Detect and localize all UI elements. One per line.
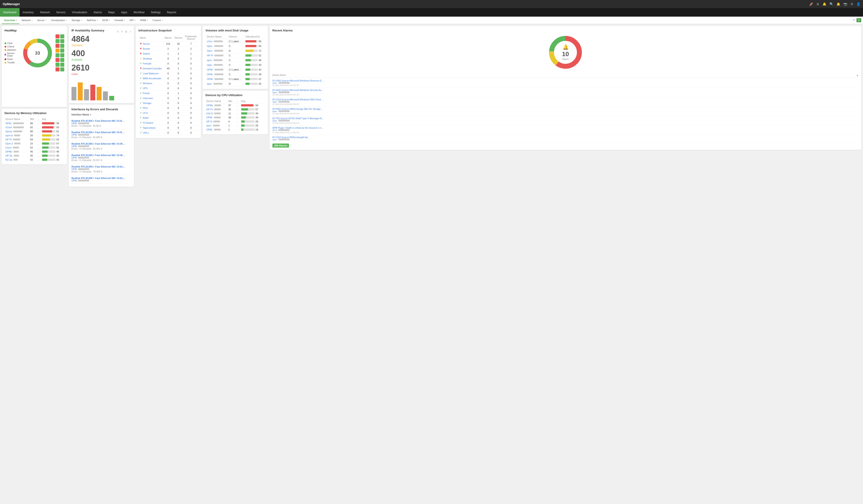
nav-network[interactable]: Network: [37, 8, 53, 17]
nav-inventory[interactable]: Inventory: [20, 8, 37, 17]
subnav-overview[interactable]: Overview ▾: [2, 17, 19, 24]
nav-dashboard[interactable]: Dashboard: [0, 8, 20, 17]
subnav-firewall[interactable]: Firewall ▾: [112, 17, 127, 24]
nav-settings[interactable]: Settings: [148, 8, 164, 17]
device-name[interactable]: Server: [143, 42, 150, 45]
device-link[interactable]: Opm-: [272, 139, 277, 141]
hm-block[interactable]: [55, 34, 60, 38]
device-name[interactable]: URLs: [143, 131, 149, 134]
star-icon[interactable]: ★: [853, 18, 855, 22]
refresh-icon[interactable]: ↻: [117, 30, 119, 33]
alarm-title[interactable]: ID=1010 Source=MSExchangeFast...: [272, 136, 324, 139]
device-name[interactable]: vijay-: [207, 64, 213, 66]
device-name[interactable]: vCen: [207, 40, 213, 43]
device-name[interactable]: DomainController: [143, 67, 162, 70]
device-link[interactable]: Opm-: [272, 91, 277, 94]
device-name[interactable]: Opm-: [207, 45, 213, 48]
alarm-title[interactable]: ID=6002 Source=MSExchange Mid-Tier Stora…: [272, 108, 324, 110]
device-name[interactable]: N2-op: [5, 158, 12, 161]
subnav-dpi[interactable]: DPI ▾: [127, 17, 138, 24]
device-link[interactable]: Opm-: [272, 110, 277, 113]
subnav-custom[interactable]: Custom ▾: [150, 17, 165, 24]
hm-block[interactable]: [55, 39, 60, 43]
hm-block[interactable]: [55, 63, 60, 67]
user-icon[interactable]: 👤: [856, 2, 860, 6]
device-name[interactable]: opm-: [207, 82, 212, 85]
notification-icon[interactable]: 🔔: [837, 2, 840, 6]
subnav-netflow[interactable]: NetFlow ▾: [85, 17, 100, 24]
alarm-title[interactable]: ID=700 Source=NTDS ISAM Type=3 Message=N…: [272, 117, 324, 120]
device-name[interactable]: PDU: [143, 107, 148, 109]
bell-icon[interactable]: 🔔: [823, 2, 826, 6]
device-link[interactable]: Opm-: [272, 120, 277, 122]
device-name[interactable]: Unknown: [143, 97, 153, 100]
hm-block[interactable]: [60, 58, 64, 62]
device-name[interactable]: OPM-: [207, 73, 213, 76]
device-name[interactable]: Storage: [143, 102, 151, 104]
device-name[interactable]: OPM-: [206, 116, 213, 119]
device-link[interactable]: Opm-: [272, 101, 277, 103]
device-name[interactable]: OPMc: [206, 104, 213, 107]
alarm-badge[interactable]: 286 Alarms: [272, 143, 289, 147]
device-name[interactable]: OPM-: [207, 78, 213, 80]
interface-name[interactable]: Realtek RTL8139C+ Fast Ethernet NIC #3-N…: [72, 131, 125, 134]
device-name[interactable]: vCent: [5, 126, 12, 129]
hm-block[interactable]: [60, 53, 64, 57]
device-name[interactable]: opm-w: [5, 134, 13, 137]
interface-name[interactable]: Realtek RTL8139C+ Fast Ethernet NIC #4-E…: [72, 177, 125, 179]
device-link[interactable]: HP D: [272, 129, 277, 131]
device-name[interactable]: FCSwitch: [143, 121, 153, 124]
nav-virtualization[interactable]: Virtualization: [68, 8, 90, 17]
nav-servers[interactable]: Servers: [53, 8, 68, 17]
hm-block[interactable]: [55, 49, 60, 53]
alarm-title[interactable]: ID=4625 Source=Microsoft-Windows-Securit…: [272, 89, 324, 91]
subnav-ipam[interactable]: IPAM ▾: [138, 17, 150, 24]
interface-name[interactable]: Realtek RTL8139C+ Fast Ethernet NIC #3-N…: [72, 119, 125, 122]
alarm-title[interactable]: ID=2004 Source=Microsoft-Windows-Resourc…: [272, 79, 324, 82]
device-name[interactable]: HP Pr: [206, 108, 213, 111]
nav-reports[interactable]: Reports: [164, 8, 179, 17]
nav-maps[interactable]: Maps: [105, 8, 118, 17]
subnav-storage[interactable]: Storage ▾: [69, 17, 85, 24]
device-link[interactable]: OPM-: [72, 179, 77, 182]
device-name[interactable]: HP DL: [5, 154, 13, 157]
device-name[interactable]: WAN Accelerator: [143, 77, 161, 80]
subnav-server[interactable]: Server ▾: [35, 17, 49, 24]
hm-block[interactable]: [60, 49, 64, 53]
device-name[interactable]: Desktop: [143, 57, 152, 60]
hm-block[interactable]: [55, 67, 60, 72]
alarm-title[interactable]: APM Plugin: Health is critical as the re…: [272, 127, 324, 129]
device-name[interactable]: UCS: [143, 112, 148, 114]
hm-block[interactable]: [55, 44, 60, 48]
device-name[interactable]: Switch: [143, 52, 150, 55]
device-name[interactable]: opm-: [207, 59, 212, 62]
nav-alarms[interactable]: Alarms: [90, 8, 105, 17]
device-link[interactable]: OPM-: [72, 168, 77, 170]
device-link[interactable]: OPM-: [72, 157, 77, 159]
expand-icon[interactable]: ⤢: [129, 30, 131, 33]
device-name[interactable]: opm-: [206, 124, 212, 127]
hm-block[interactable]: [55, 58, 60, 62]
device-name[interactable]: TapeLibrary: [143, 127, 155, 129]
hm-block[interactable]: [55, 53, 60, 57]
alarm-title[interactable]: ID=1014 Source=Microsoft-Windows-DNS-Cli…: [272, 99, 324, 101]
interface-name[interactable]: Realtek RTL8139C+ Fast Ethernet NIC #3-W…: [72, 142, 125, 145]
device-name[interactable]: Opm-2: [5, 142, 13, 145]
device-name[interactable]: RAID: [143, 117, 149, 119]
rocket-icon[interactable]: 🚀: [809, 2, 813, 6]
device-name[interactable]: Router: [143, 48, 150, 50]
device-name[interactable]: OPM-: [206, 128, 213, 131]
hm-block[interactable]: [60, 67, 64, 72]
device-name[interactable]: Opm-: [207, 49, 213, 52]
device-name[interactable]: HP Pr: [207, 54, 213, 57]
device-name[interactable]: Wireless: [143, 82, 152, 85]
hm-block[interactable]: [60, 63, 64, 67]
grid-icon[interactable]: ☰: [856, 18, 861, 22]
device-link[interactable]: OPM-: [72, 134, 77, 136]
device-name[interactable]: OPMc: [5, 150, 12, 153]
device-name[interactable]: OPM-: [207, 68, 213, 71]
gear-icon[interactable]: ⚙: [850, 2, 853, 6]
interface-name[interactable]: Realtek RTL8139C+ Fast Ethernet NIC #3-E…: [72, 165, 125, 168]
edit-icon[interactable]: ✎: [121, 30, 123, 33]
device-link[interactable]: OPM-: [72, 122, 77, 125]
